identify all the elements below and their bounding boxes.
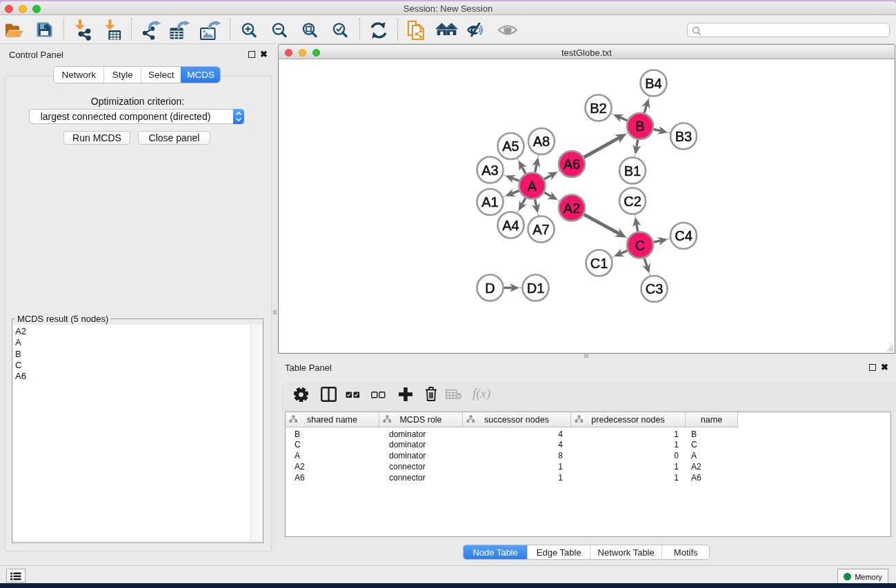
svg-text:A2: A2 (564, 201, 580, 216)
svg-text:C3: C3 (646, 281, 664, 296)
svg-text:C4: C4 (675, 228, 693, 243)
svg-text:C1: C1 (590, 256, 608, 271)
svg-text:A6: A6 (564, 156, 580, 172)
svg-text:A7: A7 (532, 222, 549, 237)
svg-text:B1: B1 (624, 163, 641, 179)
svg-text:D1: D1 (527, 281, 545, 296)
svg-text:A3: A3 (481, 163, 498, 178)
svg-text:A: A (528, 179, 537, 194)
svg-text:D: D (485, 281, 495, 296)
svg-text:A4: A4 (502, 218, 519, 233)
svg-text:A1: A1 (481, 194, 498, 210)
svg-text:C: C (635, 238, 645, 253)
svg-text:A8: A8 (533, 134, 550, 149)
svg-text:B: B (635, 119, 644, 134)
svg-text:B2: B2 (590, 101, 606, 116)
svg-text:A5: A5 (502, 139, 519, 154)
svg-text:C2: C2 (624, 194, 641, 209)
svg-text:B4: B4 (645, 76, 661, 91)
svg-text:B3: B3 (675, 129, 692, 144)
